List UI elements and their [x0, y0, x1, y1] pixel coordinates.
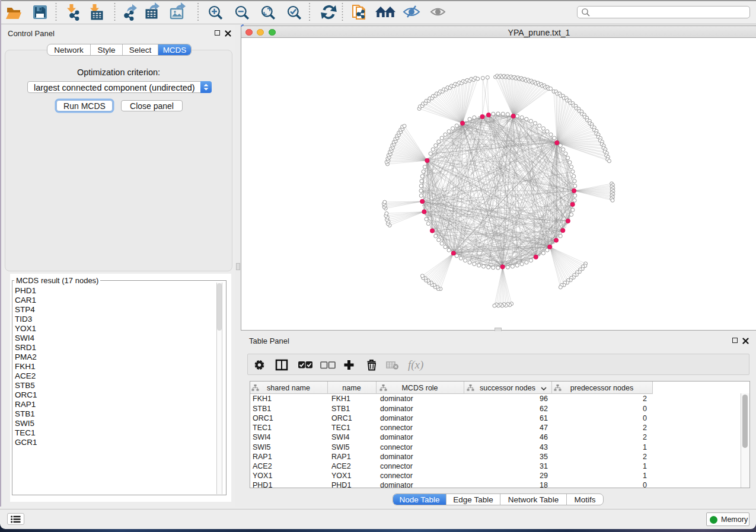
- svg-text:f(x): f(x): [408, 358, 423, 371]
